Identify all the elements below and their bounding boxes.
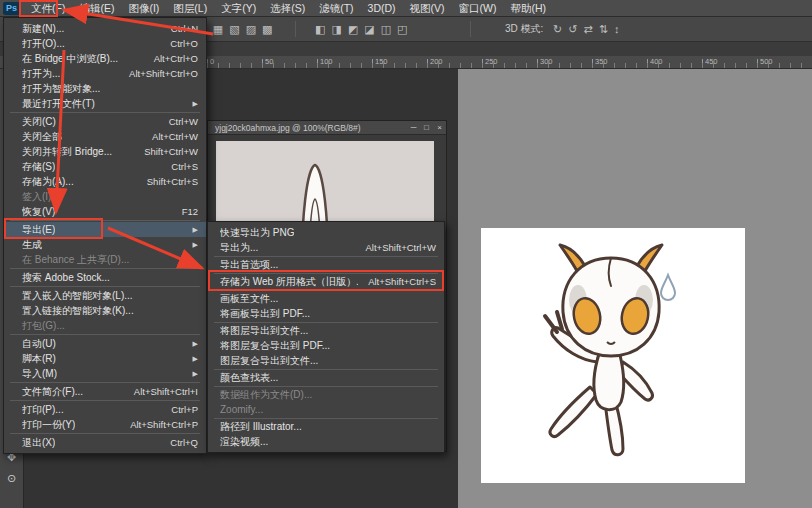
menu-item-print-one-copy[interactable]: 打印一份(Y)Alt+Shift+Ctrl+P [4,417,206,432]
menu-separator [10,220,200,221]
menu-item-export-as[interactable]: 导出为...Alt+Shift+Ctrl+W [208,240,444,255]
menu-item-color-lookup-tables[interactable]: 颜色查找表... [208,370,444,385]
menubar-item-filter[interactable]: 滤镜(T) [312,0,360,17]
menubar-item-edit[interactable]: 编辑(E) [72,0,121,17]
menu-item-save-as[interactable]: 存储为(A)...Shift+Ctrl+S [4,174,206,189]
menu-item-automate[interactable]: 自动(U)▶ [4,336,206,351]
menu-item-check-in[interactable]: 签入(I)... [4,189,206,204]
3d-slide-icon[interactable]: ⇅ [599,17,608,41]
distribute-bottom-edges-icon[interactable]: ◩ [348,17,358,41]
align-left-edges-icon[interactable]: ▧ [229,17,239,41]
3d-roll-icon[interactable]: ↺ [568,17,577,41]
3d-rotate-icon[interactable]: ↻ [553,17,562,41]
menu-item-file-info[interactable]: 文件简介(F)...Alt+Shift+Ctrl+I [4,384,206,399]
menu-item-zoomify[interactable]: Zoomify... [208,402,444,417]
menubar-item-3d[interactable]: 3D(D) [361,0,403,17]
align-horizontal-centers-icon[interactable]: ▨ [246,17,256,41]
menu-item-close-and-go-to-bridge[interactable]: 关闭并转到 Bridge...Shift+Ctrl+W [4,144,206,159]
menubar-item-select[interactable]: 选择(S) [263,0,312,17]
menu-item-revert[interactable]: 恢复(V)F12 [4,204,206,219]
menubar-item-view[interactable]: 视图(V) [403,0,452,17]
menu-item-generate[interactable]: 生成▶ [4,237,206,252]
menu-item-data-sets-as-files[interactable]: 数据组作为文件(D)... [208,387,444,402]
menu-item-open-recent[interactable]: 最近打开文件(T)▶ [4,96,206,111]
menu-item-label: 脚本(R) [22,352,56,366]
menu-item-label: 打开为智能对象... [22,82,100,96]
ruler-label: 250 [485,57,498,66]
ruler-label: 0 [210,57,214,66]
menu-item-label: 导出首选项... [220,258,278,272]
minimize-button[interactable]: ─ [407,121,420,134]
menu-item-package[interactable]: 打包(G)... [4,318,206,333]
menubar-item-layer[interactable]: 图层(L) [166,0,214,17]
menu-item-place-linked[interactable]: 置入链接的智能对象(K)... [4,303,206,318]
goat-character-illustration [481,228,745,483]
menu-item-new[interactable]: 新建(N)...Ctrl+N [4,21,206,36]
menu-item-import[interactable]: 导入(M)▶ [4,366,206,381]
distribute-left-edges-icon[interactable]: ◪ [364,17,374,41]
character-torso [594,354,624,410]
align-right-edges-icon[interactable]: ▩ [262,17,272,41]
3d-drag-icon[interactable]: ⇄ [583,17,592,41]
3d-scale-icon[interactable]: ↕ [614,17,620,41]
menu-item-close-all[interactable]: 关闭全部Alt+Ctrl+W [4,129,206,144]
distribute-horizontal-centers-icon[interactable]: ◫ [381,17,391,41]
distribute-vertical-centers-icon[interactable]: ◨ [331,17,341,41]
menu-item-place-embedded[interactable]: 置入嵌入的智能对象(L)... [4,288,206,303]
menubar-item-file[interactable]: 文件(F) [24,0,72,17]
menu-item-label: 签入(I)... [22,190,60,204]
menu-item-layers-to-files[interactable]: 将图层导出到文件... [208,323,444,338]
menubar-item-help[interactable]: 帮助(H) [504,0,554,17]
menu-item-label: 打印一份(Y) [22,418,75,432]
menubar-item-window[interactable]: 窗口(W) [452,0,504,17]
submenu-arrow-icon: ▶ [193,355,198,363]
menu-item-browse-in-bridge[interactable]: 在 Bridge 中浏览(B)...Alt+Ctrl+O [4,51,206,66]
restore-button[interactable]: □ [420,121,433,134]
menu-item-shortcut: Shift+Ctrl+W [134,146,198,157]
menu-item-artboards-to-files[interactable]: 画板至文件... [208,291,444,306]
menu-item-close[interactable]: 关闭(C)Ctrl+W [4,114,206,129]
menu-item-print[interactable]: 打印(P)...Ctrl+P [4,402,206,417]
menu-item-scripts[interactable]: 脚本(R)▶ [4,351,206,366]
menu-item-shortcut: Alt+Ctrl+W [142,131,198,142]
menubar-item-type[interactable]: 文字(Y) [214,0,263,17]
file-menu-dropdown: 新建(N)...Ctrl+N打开(O)...Ctrl+O在 Bridge 中浏览… [3,17,207,454]
menu-item-label: 自动(U) [22,337,56,351]
menu-item-shortcut: Ctrl+O [160,38,198,49]
menu-item-save-for-web-legacy[interactable]: 存储为 Web 所用格式（旧版）...Alt+Shift+Ctrl+S [208,274,444,289]
menu-item-open-as[interactable]: 打开为...Alt+Shift+Ctrl+O [4,66,206,81]
submenu-arrow-icon: ▶ [193,340,198,348]
menu-item-export[interactable]: 导出(E)▶ [4,222,206,237]
menu-item-share-on-behance[interactable]: 在 Behance 上共享(D)... [4,252,206,267]
menu-item-label: 新建(N)... [22,22,64,36]
distribute-right-edges-icon[interactable]: ◰ [397,17,407,41]
ruler-label: 300 [540,57,553,66]
menu-item-export-preferences[interactable]: 导出首选项... [208,257,444,272]
zoom-tool-icon[interactable]: ⊙ [0,468,24,489]
align-bottom-edges-icon[interactable]: ▦ [213,17,223,41]
menu-separator [10,400,200,401]
menu-item-render-video[interactable]: 渲染视频... [208,434,444,449]
menu-item-paths-to-illustrator[interactable]: 路径到 Illustrator... [208,419,444,434]
menu-item-layer-comps-to-pdf[interactable]: 将图层复合导出到 PDF... [208,338,444,353]
menu-item-artboards-to-pdf[interactable]: 将画板导出到 PDF... [208,306,444,321]
menu-item-exit[interactable]: 退出(X)Ctrl+Q [4,435,206,450]
distribute-top-edges-icon[interactable]: ◧ [315,17,325,41]
menu-item-shortcut: Alt+Shift+Ctrl+W [356,242,436,253]
menu-item-save[interactable]: 存储(S)Ctrl+S [4,159,206,174]
menu-item-search-adobe-stock[interactable]: 搜索 Adobe Stock... [4,270,206,285]
ruler-label: 100 [320,57,333,66]
menu-item-shortcut: Ctrl+S [161,161,198,172]
menu-separator [10,382,200,383]
ruler-label: 450 [705,57,718,66]
menu-item-label: 搜索 Adobe Stock... [22,271,110,285]
menu-item-layer-comps-to-files[interactable]: 图层复合导出到文件... [208,353,444,368]
menu-item-open[interactable]: 打开(O)...Ctrl+O [4,36,206,51]
menu-item-quick-export-png[interactable]: 快速导出为 PNG [208,225,444,240]
menu-item-open-as-smart-object[interactable]: 打开为智能对象... [4,81,206,96]
menubar-item-image[interactable]: 图像(I) [121,0,166,17]
export-submenu: 快速导出为 PNG导出为...Alt+Shift+Ctrl+W导出首选项...存… [207,221,445,453]
ruler-label: 350 [595,57,608,66]
close-button[interactable]: × [433,121,446,134]
menu-item-shortcut: Alt+Shift+Ctrl+P [120,419,198,430]
